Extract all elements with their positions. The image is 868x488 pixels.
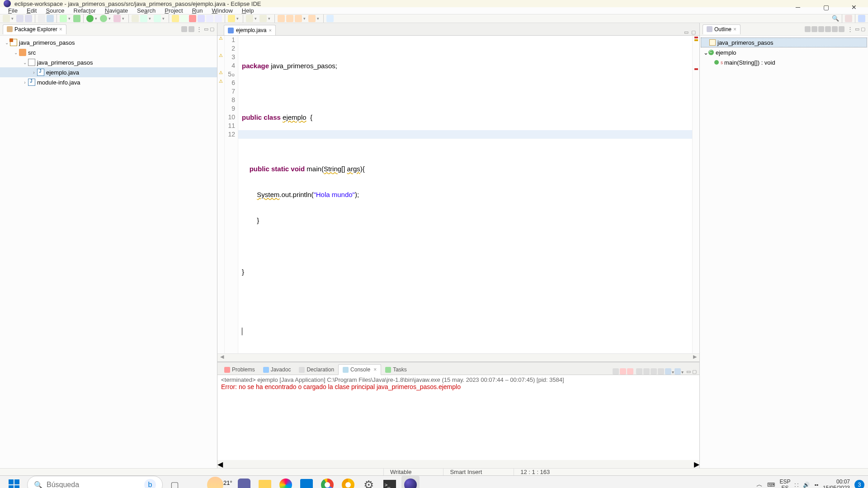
- tree-src[interactable]: ⌄src: [0, 47, 217, 57]
- pin-console-icon[interactable]: [658, 368, 664, 375]
- tab-javadoc[interactable]: Javadoc: [259, 365, 295, 375]
- tab-console[interactable]: Console×: [338, 364, 381, 375]
- skip-icon[interactable]: [73, 15, 80, 22]
- word-wrap-icon[interactable]: [651, 368, 657, 375]
- back-icon[interactable]: [278, 15, 285, 22]
- explorer-icon[interactable]: [256, 476, 274, 488]
- language-indicator[interactable]: ESPES: [779, 479, 790, 488]
- tree-file-ejemplo[interactable]: ›ejemplo.java: [0, 67, 217, 77]
- chrome-icon[interactable]: [318, 476, 336, 488]
- maximize-button[interactable]: ▢: [812, 0, 840, 14]
- close-button[interactable]: ✕: [840, 0, 868, 14]
- run-last-icon[interactable]: [113, 15, 121, 22]
- tree-project[interactable]: ⌄java_primeros_pasos: [0, 38, 217, 47]
- dropdown-icon[interactable]: ▾: [303, 15, 307, 22]
- menu-refactor[interactable]: Refactor: [69, 7, 100, 14]
- new-pkg-icon[interactable]: [132, 15, 139, 22]
- link-icon[interactable]: [189, 26, 194, 32]
- annotate-icon[interactable]: [47, 15, 54, 22]
- scroll-right-icon[interactable]: ▶: [694, 460, 699, 468]
- dropdown-icon[interactable]: ▾: [122, 15, 126, 22]
- dropdown-icon[interactable]: ▾: [317, 15, 321, 22]
- perspective-icon[interactable]: [845, 15, 852, 22]
- settings-icon[interactable]: ⚙: [360, 476, 378, 488]
- eclipse-taskbar-icon[interactable]: [401, 476, 420, 488]
- menu-edit[interactable]: Edit: [22, 7, 41, 14]
- maximize-editor-icon[interactable]: ▢: [691, 29, 696, 35]
- clock[interactable]: 00:0715/05/2023: [823, 479, 850, 488]
- last-edit-icon[interactable]: [295, 15, 302, 22]
- code-area[interactable]: package java_primeros_pasos; public clas…: [238, 36, 692, 353]
- dropdown-icon[interactable]: ▾: [149, 15, 152, 22]
- console-output[interactable]: <terminated> ejemplo [Java Application] …: [217, 375, 699, 460]
- toggle-icon[interactable]: [38, 15, 45, 22]
- scroll-lock-icon[interactable]: [643, 368, 650, 375]
- open-type-icon[interactable]: [154, 15, 161, 22]
- close-icon[interactable]: ×: [373, 366, 377, 373]
- maximize-view-icon[interactable]: ▢: [861, 26, 865, 32]
- tab-problems[interactable]: Problems: [220, 365, 259, 375]
- hide-static-icon[interactable]: [825, 26, 831, 32]
- outline-class[interactable]: ⌄ejemplo: [701, 47, 867, 57]
- remove-icon[interactable]: [620, 368, 626, 375]
- warning-icon[interactable]: ⚠: [217, 70, 224, 79]
- tab-tasks[interactable]: Tasks: [381, 365, 411, 375]
- terminal-icon[interactable]: >_: [381, 476, 399, 488]
- sort-icon[interactable]: [805, 26, 811, 32]
- maximize-view-icon[interactable]: ▢: [692, 369, 697, 375]
- hide-fields-icon[interactable]: [818, 26, 824, 32]
- warning-icon[interactable]: ⚠: [217, 53, 224, 61]
- overview-ruler[interactable]: [692, 36, 699, 353]
- debug-icon[interactable]: [60, 15, 67, 22]
- code-editor[interactable]: ⚠ ⚠ ⚠ ⚠ 1234 5⊖ 678 9101112 package java…: [217, 36, 699, 353]
- package-explorer-tab[interactable]: Package Explorer ×: [3, 24, 66, 34]
- hide-nonpublic-icon[interactable]: [832, 26, 838, 32]
- taskbar-search[interactable]: 🔍 Búsqueda b: [27, 476, 163, 488]
- tree-package[interactable]: ⌄java_primeros_pasos: [0, 57, 217, 67]
- flashlight-icon[interactable]: [228, 15, 235, 22]
- clear-icon[interactable]: [636, 368, 642, 375]
- dropdown-icon[interactable]: ▾: [95, 15, 99, 22]
- wand-icon[interactable]: [172, 15, 179, 22]
- minimize-view-icon[interactable]: ▭: [204, 26, 208, 32]
- teams-icon[interactable]: [235, 476, 253, 488]
- outline-method[interactable]: smain(String[]) : void: [701, 57, 867, 67]
- tab-declaration[interactable]: Declaration: [295, 365, 338, 375]
- menu-file[interactable]: File: [4, 7, 22, 14]
- quick-access-icon[interactable]: 🔍: [832, 15, 839, 22]
- scroll-left-icon[interactable]: ◀: [217, 460, 223, 468]
- menu-window[interactable]: Window: [208, 7, 237, 14]
- dropdown-icon[interactable]: ▾: [11, 15, 15, 22]
- store-icon[interactable]: [297, 476, 316, 488]
- tree-file-module[interactable]: ›module-info.java: [0, 77, 217, 87]
- menu-search[interactable]: Search: [132, 7, 160, 14]
- block-icon[interactable]: [206, 15, 213, 22]
- view-menu-icon[interactable]: ⋮: [196, 26, 202, 33]
- todo-icon[interactable]: [189, 15, 196, 22]
- taskview-icon[interactable]: ▢: [165, 476, 184, 488]
- display-icon[interactable]: [665, 368, 671, 375]
- new-icon[interactable]: [3, 15, 10, 22]
- open-console-icon[interactable]: [675, 368, 681, 375]
- collapse-icon[interactable]: [181, 26, 187, 32]
- keyboard-icon[interactable]: ⌨: [767, 482, 775, 488]
- minimize-view-icon[interactable]: ▭: [686, 369, 691, 375]
- minimize-button[interactable]: ─: [784, 0, 812, 14]
- canary-icon[interactable]: [339, 476, 357, 488]
- nav-back-icon[interactable]: [308, 15, 316, 22]
- dropdown-icon[interactable]: ▾: [68, 15, 72, 22]
- remove-all-icon[interactable]: [627, 368, 633, 375]
- outline-package[interactable]: java_primeros_pasos: [701, 38, 867, 47]
- terminate-icon[interactable]: [613, 368, 619, 375]
- menu-source[interactable]: Source: [41, 7, 69, 14]
- coverage-icon[interactable]: [100, 15, 107, 22]
- notification-badge[interactable]: 3: [854, 480, 864, 488]
- hide-local-icon[interactable]: [839, 26, 844, 32]
- search-icon[interactable]: [180, 15, 188, 22]
- wrap-icon[interactable]: [215, 15, 222, 22]
- save-all-icon[interactable]: [25, 15, 32, 22]
- dropdown-icon[interactable]: ▾: [236, 15, 240, 22]
- close-icon[interactable]: ×: [59, 26, 62, 33]
- copilot-icon[interactable]: [277, 476, 295, 488]
- start-button[interactable]: [4, 476, 24, 488]
